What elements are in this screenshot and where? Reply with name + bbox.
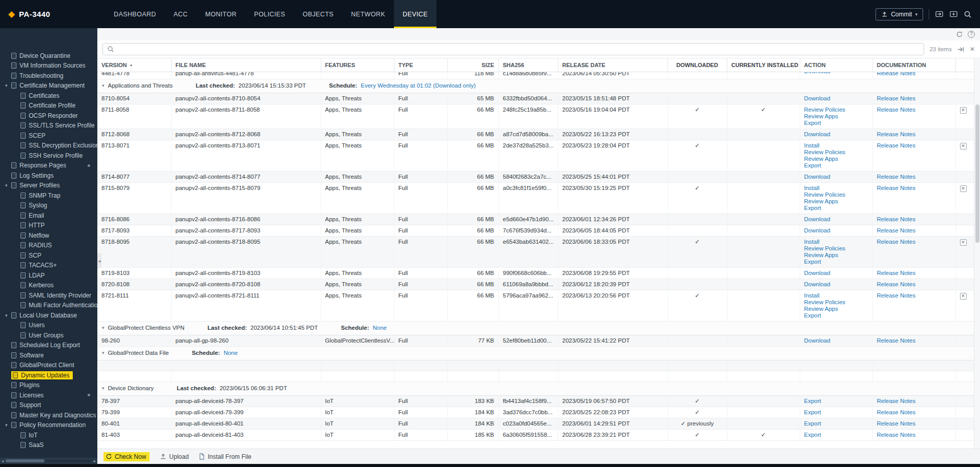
sidebar-horizontal-scrollbar[interactable]: ◂ ▸ (0, 458, 97, 464)
sidebar-item-licenses[interactable]: Licenses (0, 390, 97, 400)
remove-downloaded-icon[interactable]: ✕ (960, 293, 967, 300)
tab-network[interactable]: NETWORK (342, 0, 394, 28)
release-notes-link[interactable]: Release Notes (877, 107, 915, 113)
chevron-down-icon[interactable]: ▾ (5, 422, 11, 428)
sidebar-item-certificate-profile[interactable]: Certificate Profile (0, 101, 97, 111)
sidebar-collapse-handle[interactable]: ◀ (97, 253, 101, 268)
action-download-link[interactable]: Download (804, 72, 868, 75)
sidebar-item-log-settings[interactable]: Log Settings (0, 171, 97, 181)
refresh-icon[interactable] (956, 31, 963, 38)
sidebar-item-support[interactable]: Support (0, 400, 97, 411)
sidebar-item-device-quarantine[interactable]: Device Quarantine (0, 51, 97, 61)
chevron-down-icon[interactable]: ▾ (5, 83, 11, 88)
sidebar-item-plugins[interactable]: Plugins (0, 380, 97, 391)
sidebar-item-scp[interactable]: SCP (0, 250, 97, 261)
sidebar-item-scheduled-log-export[interactable]: Scheduled Log Export (0, 341, 97, 351)
section-collapse-icon[interactable]: ▾ (102, 385, 105, 392)
sidebar-item-kerberos[interactable]: Kerberos (0, 281, 97, 291)
sidebar-item-server-profiles[interactable]: ▾Server Profiles (0, 181, 97, 191)
commit-button[interactable]: Commit ▾ (875, 8, 923, 20)
release-notes-link[interactable]: Release Notes (877, 337, 915, 344)
column-header-file-name[interactable]: FILE NAME (171, 58, 321, 72)
action-review-policies-link[interactable]: Review Policies (804, 107, 868, 113)
action-review-policies-link[interactable]: Review Policies (804, 149, 868, 156)
action-export-link[interactable]: Export (804, 312, 868, 319)
action-review-apps-link[interactable]: Review Apps (804, 113, 868, 120)
sidebar-item-netflow[interactable]: Netflow (0, 230, 97, 241)
action-export-link[interactable]: Export (804, 432, 868, 438)
schedule-link[interactable]: Every Wednesday at 01:02 (Download only) (361, 82, 475, 90)
remove-downloaded-icon[interactable]: ✕ (960, 143, 967, 150)
remove-downloaded-icon[interactable]: ✕ (960, 239, 967, 246)
tab-dashboard[interactable]: DASHBOARD (105, 0, 165, 28)
release-notes-link[interactable]: Release Notes (877, 227, 915, 234)
action-export-link[interactable]: Export (804, 259, 868, 265)
column-header-type[interactable]: TYPE (394, 58, 447, 72)
column-header-version[interactable]: VERSION▲ (97, 58, 171, 72)
sidebar-item-ssh-service-profile[interactable]: SSH Service Profile (0, 151, 97, 161)
column-header-documentation[interactable]: DOCUMENTATION (872, 58, 955, 72)
action-download-link[interactable]: Download (804, 281, 868, 288)
sidebar-item-syslog[interactable]: Syslog (0, 201, 97, 211)
release-notes-link[interactable]: Release Notes (877, 174, 915, 180)
scrollbar-thumb[interactable] (6, 459, 45, 462)
section-collapse-icon[interactable]: ▾ (102, 324, 105, 332)
action-install-link[interactable]: Install (804, 292, 868, 299)
action-download-link[interactable]: Download (804, 270, 868, 277)
scroll-right-icon[interactable]: ▸ (94, 459, 96, 463)
release-notes-link[interactable]: Release Notes (877, 185, 915, 191)
action-download-link[interactable]: Download (804, 174, 868, 180)
sidebar-item-certificate-management[interactable]: ▾Certificate Management (0, 81, 97, 91)
action-review-apps-link[interactable]: Review Apps (804, 156, 868, 162)
action-review-policies-link[interactable]: Review Policies (804, 245, 868, 252)
action-download-link[interactable]: Download (804, 131, 868, 138)
release-notes-link[interactable]: Release Notes (877, 216, 915, 222)
release-notes-link[interactable]: Release Notes (877, 142, 915, 148)
sidebar-item-iot[interactable]: IoT (0, 430, 97, 440)
schedule-link[interactable]: None (372, 324, 387, 332)
sidebar-item-policy-recommendation[interactable]: ▾Policy Recommendation (0, 420, 97, 431)
release-notes-link[interactable]: Release Notes (877, 420, 915, 427)
chevron-down-icon[interactable]: ▾ (5, 183, 11, 188)
release-notes-link[interactable]: Release Notes (877, 95, 915, 101)
action-review-apps-link[interactable]: Review Apps (804, 306, 868, 312)
release-notes-link[interactable]: Release Notes (877, 270, 915, 276)
column-header-sha256[interactable]: SHA256 (498, 58, 558, 72)
sidebar-item-email[interactable]: Email (0, 210, 97, 221)
action-review-policies-link[interactable]: Review Policies (804, 299, 868, 306)
release-notes-link[interactable]: Release Notes (877, 131, 915, 137)
sidebar-item-radius[interactable]: RADIUS (0, 241, 97, 251)
help-icon[interactable]: ? (968, 31, 975, 38)
action-export-link[interactable]: Export (804, 398, 868, 405)
release-notes-link[interactable]: Release Notes (877, 72, 915, 76)
release-notes-link[interactable]: Release Notes (877, 292, 915, 299)
window-arrow-icon[interactable] (935, 10, 944, 18)
action-export-link[interactable]: Export (804, 409, 868, 416)
tab-policies[interactable]: POLICIES (245, 0, 294, 28)
action-export-link[interactable]: Export (804, 205, 868, 211)
tab-monitor[interactable]: MONITOR (196, 0, 245, 28)
sidebar-item-response-pages[interactable]: Response Pages (0, 161, 97, 171)
check-now-button[interactable]: Check Now (103, 452, 150, 461)
sidebar-item-snmp-trap[interactable]: SNMP Trap (0, 190, 97, 201)
sidebar-item-ssl-tls-service-profile[interactable]: SSL/TLS Service Profile (0, 121, 97, 131)
section-collapse-icon[interactable]: ▾ (102, 82, 105, 90)
sidebar-item-scep[interactable]: SCEP (0, 131, 97, 141)
install-from-file-button[interactable]: Install From File (199, 453, 251, 460)
sidebar-item-http[interactable]: HTTP (0, 221, 97, 231)
column-header-downloaded[interactable]: DOWNLOADED (668, 58, 727, 72)
column-header-size[interactable]: SIZE (447, 58, 498, 72)
scrollbar-track[interactable] (6, 459, 92, 462)
release-notes-link[interactable]: Release Notes (877, 432, 915, 438)
remove-downloaded-icon[interactable]: ✕ (960, 107, 967, 114)
release-notes-link[interactable]: Release Notes (877, 398, 915, 404)
sidebar-item-certificates[interactable]: Certificates (0, 91, 97, 101)
action-install-link[interactable]: Install (804, 142, 868, 149)
sidebar-item-master-key-and-diagnostics[interactable]: Master Key and Diagnostics (0, 410, 97, 420)
clear-search-icon[interactable]: ✕ (970, 46, 975, 53)
remove-downloaded-icon[interactable]: ✕ (960, 185, 967, 192)
sidebar-item-troubleshooting[interactable]: Troubleshooting (0, 71, 97, 81)
action-review-apps-link[interactable]: Review Apps (804, 198, 868, 205)
schedule-link[interactable]: None (223, 349, 238, 357)
tab-acc[interactable]: ACC (165, 0, 197, 28)
